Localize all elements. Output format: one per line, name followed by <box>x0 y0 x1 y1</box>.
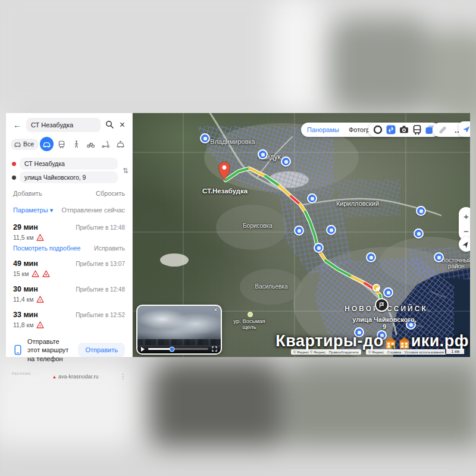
poi-badge[interactable] <box>307 193 317 203</box>
poi-badge[interactable] <box>366 252 376 262</box>
accident-warning-icon <box>36 321 44 328</box>
poi-badge[interactable] <box>200 133 210 143</box>
params-row: Параметры ▾ Отправление сейчас <box>6 202 132 219</box>
destination-label: 9 <box>383 323 386 330</box>
copyright-owners[interactable]: © Яндекс © Яндекс · Правообладатели <box>291 349 361 355</box>
route-time: 30 мин <box>13 285 38 293</box>
params-dropdown[interactable]: Параметры ▾ <box>13 206 53 214</box>
roadworks-warning-icon <box>42 270 50 277</box>
video-play-icon[interactable] <box>141 347 145 352</box>
poi-badge[interactable] <box>416 206 426 216</box>
assistant-button[interactable] <box>459 121 470 137</box>
video-ad-overlay[interactable]: ✕ <box>136 305 222 355</box>
place-label: район <box>448 263 465 270</box>
place-label: Кирилловский <box>336 200 379 207</box>
mode-bike-tab[interactable] <box>84 137 98 151</box>
traffic-toggle[interactable] <box>372 123 384 137</box>
poi-badge[interactable] <box>326 225 336 235</box>
route-distance: 11,4 км <box>13 296 33 303</box>
scooter-icon <box>101 140 110 149</box>
send-route-block: Отправьте этот маршрут на телефон Отправ… <box>6 332 132 368</box>
start-pin[interactable] <box>217 161 232 181</box>
video-progress-bar[interactable] <box>148 348 208 350</box>
zoom-in-button[interactable]: + <box>460 211 470 222</box>
place-label: Владимировка <box>210 138 255 145</box>
waypoint-b-input[interactable]: улица Чайковского, 9 <box>20 171 118 183</box>
bird-icon <box>462 124 470 134</box>
send-button[interactable]: Отправить <box>78 343 125 357</box>
swap-waypoints-icon[interactable]: ⇅ <box>123 167 129 175</box>
poi-badge[interactable] <box>414 228 424 239</box>
mode-all-tab[interactable]: Все <box>11 139 39 150</box>
accident-warning-icon <box>36 296 44 303</box>
waypoint-a-input[interactable]: СТ Незабудка <box>20 158 118 170</box>
zoom-out-button[interactable]: − <box>460 226 470 237</box>
search-icon[interactable] <box>104 120 115 130</box>
route-fix-link[interactable]: Исправить <box>94 245 125 252</box>
ad-menu-icon[interactable]: ⋮ <box>120 372 126 380</box>
poi-badge-yellow[interactable] <box>372 284 380 292</box>
destination-pin[interactable] <box>375 298 389 312</box>
ruler-tool[interactable] <box>437 123 449 137</box>
waypoints: СТ Незабудка улица Чайковского, 9 ⇅ <box>6 155 132 186</box>
ad-bar[interactable]: РЕКЛАМА ▲ ava-krasnodar.ru ⋮ <box>6 368 132 385</box>
reset-link[interactable]: Сбросить <box>96 190 125 197</box>
accident-warning-icon <box>32 270 39 277</box>
add-waypoint-link[interactable]: Добавить <box>13 190 42 197</box>
mode-scooter-tab[interactable] <box>99 137 112 151</box>
bike-icon <box>86 140 95 149</box>
send-route-text: Отправьте этот маршрут на телефон <box>27 337 73 363</box>
close-icon[interactable]: × <box>118 120 126 130</box>
route-time: 33 мин <box>13 311 38 319</box>
transport-toggle[interactable] <box>385 123 397 137</box>
back-button[interactable]: ← <box>12 121 23 129</box>
ruler-icon <box>439 126 446 133</box>
panoramas-tab[interactable]: Панорамы <box>302 123 344 137</box>
cars-icon <box>14 140 21 148</box>
route-arrival: Прибытие в 12:52 <box>76 312 125 318</box>
traffic-ring-icon <box>372 124 383 135</box>
mode-car-tab[interactable] <box>40 137 54 151</box>
destination-label: улица Чайковского, <box>352 316 416 323</box>
route-option-1[interactable]: 29 мин Прибытие в 12:48 11,5 км Посмотре… <box>6 219 132 255</box>
copyright-terms[interactable]: © Яндекс · Справка · Условия использован… <box>366 349 446 355</box>
site-watermark: Квартиры-доики.рф <box>275 332 469 350</box>
route-details-link[interactable]: Посмотреть подробнее <box>13 245 80 252</box>
mode-taxi-tab[interactable] <box>114 137 127 151</box>
poi-badge[interactable] <box>434 252 444 262</box>
route-time: 29 мин <box>13 223 38 231</box>
poi-badge[interactable] <box>314 243 324 253</box>
poi-badge[interactable] <box>281 156 291 167</box>
mode-bus-tab[interactable] <box>55 137 68 151</box>
yandex-maps-window: ← × Все <box>6 113 470 357</box>
poi-badge[interactable] <box>258 149 268 159</box>
search-input[interactable] <box>26 118 101 132</box>
transport-mode-tabs: Все <box>6 134 132 155</box>
mode-walk-tab[interactable] <box>70 137 83 151</box>
video-controls <box>137 345 221 353</box>
mirrors-cameras-toggle[interactable] <box>398 123 410 137</box>
route-option-4[interactable]: 33 мин Прибытие в 12:52 11,8 км <box>6 306 132 332</box>
car-icon <box>42 140 51 149</box>
bus-outline-icon <box>412 124 422 135</box>
start-pin-label: СТ.Незабудка <box>202 187 248 195</box>
video-fullscreen-icon[interactable] <box>212 346 217 352</box>
ad-link[interactable]: ▲ ava-krasnodar.ru <box>35 374 116 380</box>
map-canvas[interactable]: Владимировка Гайдук Кирилловский Борисов… <box>133 113 470 357</box>
add-reset-row: Добавить Сбросить <box>6 186 132 202</box>
accident-warning-icon <box>36 234 44 241</box>
route-sidebar: ← × Все <box>6 113 133 357</box>
poi-badge[interactable] <box>383 287 393 298</box>
public-transport-toggle[interactable] <box>411 123 423 137</box>
moving-transport-icon <box>386 124 396 135</box>
video-close-icon[interactable]: ✕ <box>213 307 218 313</box>
locate-me-button[interactable] <box>459 237 470 252</box>
nature-poi-icon <box>248 312 253 317</box>
route-option-3[interactable]: 30 мин Прибытие в 12:48 11,4 км <box>6 281 132 306</box>
route-distance: 11,5 км <box>13 234 33 241</box>
route-option-2[interactable]: 49 мин Прибытие в 13:07 15 км <box>6 255 132 281</box>
poi-badge[interactable] <box>294 226 304 236</box>
map-tools-pill <box>368 123 440 137</box>
mode-all-label: Все <box>23 140 34 148</box>
taxi-icon <box>116 140 125 149</box>
